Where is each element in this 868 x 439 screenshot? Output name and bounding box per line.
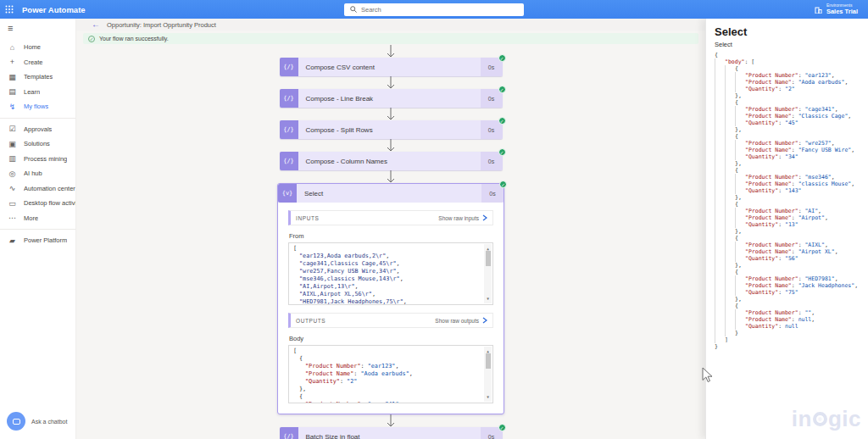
hamburger-menu-icon[interactable]: ≡	[8, 23, 75, 33]
sidebar-nav: ⌂Home+Create▦Templates▤Learn↯My flows☑Ap…	[0, 40, 75, 248]
success-badge-icon: ✓	[498, 54, 506, 62]
success-banner: ✓ Your flow ran successfully.	[83, 33, 698, 44]
select-action-icon: {v}	[278, 184, 297, 203]
sidebar-item-process-mining[interactable]: ▥Process mining	[0, 152, 75, 167]
success-banner-text: Your flow ran successfully.	[99, 36, 169, 42]
process-mining-icon: ▥	[8, 154, 17, 163]
flow-node-title: Compose - Split Rows	[298, 120, 481, 139]
search-input[interactable]: Search	[344, 3, 524, 16]
sidebar-item-more[interactable]: ⋯More	[0, 211, 75, 226]
flow-node-compose-split-rows[interactable]: {/}Compose - Split Rows0s✓	[280, 120, 503, 139]
sidebar-item-label: Solutions	[24, 140, 50, 147]
panel-sublabel: Select	[715, 41, 868, 48]
environment-name: Sales Trial	[826, 8, 858, 15]
sidebar-item-label: Power Platform	[24, 236, 67, 244]
sidebar-item-power-platform[interactable]: ▰Power Platform	[0, 233, 75, 248]
sidebar-item-templates[interactable]: ▦Templates	[0, 69, 75, 85]
sidebar-item-learn[interactable]: ▤Learn	[0, 85, 75, 100]
sidebar-item-create[interactable]: +Create	[0, 55, 75, 70]
flow-node-compose-column-names[interactable]: {/}Compose - Column Names0s✓	[280, 152, 503, 170]
compose-icon: {/}	[280, 58, 298, 76]
search-placeholder: Search	[361, 6, 381, 14]
solutions-icon: ▣	[8, 140, 17, 148]
app-title: Power Automate	[22, 5, 86, 14]
chatbot-icon	[7, 412, 25, 431]
back-arrow-icon[interactable]: ←	[92, 20, 100, 29]
sidebar-item-label: My flows	[24, 103, 48, 110]
inputs-section-header: INPUTS Show raw inputs	[288, 210, 493, 225]
outputs-label: OUTPUTS	[296, 318, 326, 324]
flow-node-title: Compose - Line Break	[298, 89, 481, 108]
desktop-flow-icon: ▭	[8, 199, 17, 208]
sidebar-item-solutions[interactable]: ▣Solutions	[0, 136, 75, 152]
flow-node-title: Batch Size in float	[298, 427, 481, 439]
show-raw-outputs-link[interactable]: Show raw outputs	[435, 317, 487, 324]
sidebar-item-automation-center-previe[interactable]: ∿Automation center (previe...	[0, 181, 75, 197]
outputs-scrollbar[interactable]: ▲▼	[484, 347, 492, 402]
flow-node-compose-line-break[interactable]: {/}Compose - Line Break0s✓	[280, 89, 503, 108]
left-sidebar: ≡ ⌂Home+Create▦Templates▤Learn↯My flows☑…	[0, 19, 76, 439]
sidebar-divider	[0, 229, 75, 230]
chatbot-label: Ask a chatbot	[31, 419, 67, 425]
flow-header: ← Opportunity: Import Opprtunity Product	[76, 19, 705, 31]
waffle-menu-icon[interactable]	[0, 0, 19, 19]
learn-icon: ▤	[8, 87, 17, 96]
outputs-section-header: OUTPUTS Show raw outputs	[288, 313, 493, 328]
outputs-code-box[interactable]: [{"Product Number": "ear123","Product Na…	[288, 345, 493, 403]
power-automate-app: { "topbar": { "app_title": "Power Automa…	[0, 0, 868, 439]
my-flows-icon: ↯	[8, 103, 17, 111]
flow-node-compose-csv-content[interactable]: {/}Compose CSV content0s✓	[280, 58, 503, 76]
success-badge-icon: ✓	[499, 181, 507, 188]
success-badge-icon: ✓	[498, 424, 506, 431]
compose-icon: {/}	[280, 152, 298, 170]
inputs-label: INPUTS	[296, 215, 319, 221]
automation-center-icon: ∿	[8, 184, 17, 192]
chevron-right-icon	[482, 214, 487, 221]
select-action-header[interactable]: {v} Select 0s ✓	[278, 184, 504, 203]
templates-icon: ▦	[8, 73, 17, 81]
flow-node-title: Compose - Column Names	[298, 152, 481, 170]
select-json-view: {"body": [{"Product Number": "ear123","P…	[715, 52, 868, 350]
show-raw-inputs-link[interactable]: Show raw inputs	[438, 214, 487, 221]
sidebar-item-approvals[interactable]: ☑Approvals	[0, 122, 75, 137]
flow-connector-arrow-icon	[386, 108, 396, 120]
success-check-icon: ✓	[88, 36, 95, 42]
sidebar-item-label: Automation center (previe...	[24, 185, 75, 192]
sidebar-item-label: More	[24, 214, 38, 222]
sidebar-item-desktop-flow-activity[interactable]: ▭Desktop flow activity	[0, 196, 75, 211]
success-badge-icon: ✓	[498, 117, 506, 125]
success-badge-icon: ✓	[498, 86, 506, 93]
flow-canvas: ← Opportunity: Import Opprtunity Product…	[76, 19, 705, 439]
more-icon: ⋯	[8, 214, 17, 222]
sidebar-item-label: Create	[24, 58, 43, 66]
flow-node-batch-size-in-float[interactable]: {/}Batch Size in float0s✓	[280, 427, 503, 439]
sidebar-item-my-flows[interactable]: ↯My flows	[0, 99, 75, 114]
sidebar-item-label: Templates	[24, 73, 53, 81]
ai-hub-icon: ◎	[8, 169, 17, 178]
create-icon: +	[8, 58, 17, 66]
panel-title: Select	[715, 25, 868, 38]
select-action-card[interactable]: {v} Select 0s ✓ INPUTS Show raw inputs	[277, 183, 504, 414]
ask-chatbot-button[interactable]: Ask a chatbot	[7, 412, 67, 431]
environment-label: Environments	[826, 3, 858, 8]
environment-picker[interactable]: Environments Sales Trial	[815, 3, 868, 15]
compose-icon: {/}	[280, 89, 298, 108]
sidebar-item-ai-hub[interactable]: ◎AI hub	[0, 166, 75, 181]
sidebar-item-label: Desktop flow activity	[24, 199, 75, 207]
inputs-code-box[interactable]: ["ear123,Aoda earbuds,2\r","cage341,Clas…	[288, 242, 493, 305]
flow-node-title: Compose CSV content	[298, 58, 481, 76]
sidebar-item-home[interactable]: ⌂Home	[0, 40, 75, 55]
sidebar-item-label: AI hub	[24, 169, 42, 177]
sidebar-item-label: Home	[24, 43, 41, 51]
select-detail-panel: Select Select {"body": [{"Product Number…	[705, 19, 868, 439]
compose-icon: {/}	[280, 120, 298, 139]
body-field-label: Body	[289, 335, 493, 342]
select-action-title: Select	[297, 184, 481, 203]
approvals-icon: ☑	[8, 125, 17, 133]
flow-diagram: {/}Compose CSV content0s✓{/}Compose - Li…	[76, 45, 705, 439]
sidebar-item-label: Approvals	[24, 125, 52, 133]
sidebar-divider	[0, 118, 75, 119]
registered-icon: ®	[813, 412, 827, 426]
inputs-scrollbar[interactable]: ▲▼	[484, 244, 492, 303]
sidebar-item-label: Learn	[24, 88, 40, 96]
